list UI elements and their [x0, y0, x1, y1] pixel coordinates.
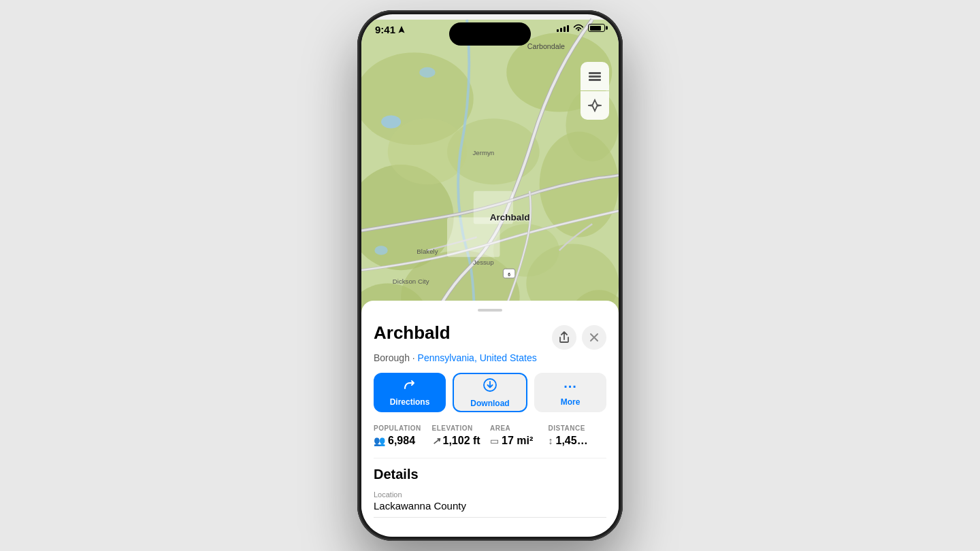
screen: 9:41 — [361, 14, 619, 537]
directions-button[interactable]: Directions — [374, 373, 446, 412]
sheet-handle — [478, 309, 502, 312]
location-arrow-icon — [398, 26, 405, 34]
map-controls[interactable] — [581, 62, 609, 120]
signal-icon — [557, 24, 569, 32]
more-button[interactable]: ··· More — [534, 373, 606, 412]
elevation-value: 1,102 ft — [443, 435, 480, 447]
svg-text:Jessup: Jessup — [473, 258, 494, 266]
distance-label: DISTANCE — [549, 424, 602, 432]
stats-row: POPULATION 👥 6,984 ELEVATION ↗ 1,102 ft … — [374, 424, 606, 447]
svg-point-14 — [419, 67, 435, 78]
more-label: More — [561, 397, 581, 407]
close-button[interactable] — [582, 325, 606, 350]
share-icon — [559, 331, 570, 344]
location-value: Lackawanna County — [374, 500, 606, 518]
svg-rect-27 — [589, 72, 601, 74]
download-label: Download — [470, 399, 509, 408]
turn-icon — [403, 379, 416, 391]
dynamic-island — [449, 22, 531, 46]
population-label: POPULATION — [374, 424, 427, 432]
svg-text:Jermyn: Jermyn — [472, 149, 494, 156]
distance-icon: ↕ — [549, 435, 553, 446]
details-section: Details Location Lackawanna County — [374, 458, 606, 518]
svg-rect-28 — [589, 76, 601, 78]
wifi-icon — [573, 24, 584, 32]
area-icon: ▭ — [490, 435, 499, 446]
layers-icon — [587, 69, 602, 84]
area-value: 17 mi² — [502, 435, 533, 447]
svg-point-13 — [381, 115, 401, 128]
download-icon — [483, 378, 497, 396]
place-title: Archbald — [374, 322, 451, 344]
svg-point-11 — [388, 118, 467, 184]
more-dots-icon: ··· — [564, 379, 577, 395]
elevation-icon: ↗ — [432, 435, 440, 446]
region-link[interactable]: Pennsylvania, United States — [418, 352, 537, 363]
bottom-sheet: Archbald Borough · — [361, 301, 619, 537]
download-arrow-icon — [483, 378, 497, 393]
population-stat: POPULATION 👥 6,984 — [374, 424, 432, 447]
svg-rect-29 — [589, 79, 601, 81]
map-layers-button[interactable] — [581, 62, 609, 90]
status-icons — [557, 24, 605, 32]
header-actions — [552, 325, 606, 350]
svg-point-16 — [374, 246, 387, 255]
population-icon: 👥 — [374, 435, 385, 446]
svg-text:Archbald: Archbald — [490, 212, 530, 222]
distance-value: 1,45… — [556, 435, 588, 447]
elevation-stat: ELEVATION ↗ 1,102 ft — [432, 424, 491, 447]
close-icon — [589, 333, 599, 342]
location-label: Location — [374, 490, 606, 499]
action-buttons: Directions Download ··· More — [374, 373, 606, 412]
share-button[interactable] — [552, 325, 576, 350]
directions-icon — [403, 379, 416, 395]
details-title: Details — [374, 467, 606, 482]
battery-icon — [588, 24, 605, 32]
location-icon — [588, 99, 602, 112]
svg-point-10 — [493, 224, 559, 277]
location-detail: Location Lackawanna County — [374, 490, 606, 518]
area-stat: AREA ▭ 17 mi² — [490, 424, 549, 447]
svg-text:Dickson City: Dickson City — [393, 278, 429, 285]
place-subtitle: Borough · Pennsylvania, United States — [374, 352, 606, 363]
svg-text:6: 6 — [508, 272, 510, 277]
area-label: AREA — [490, 424, 543, 432]
phone-frame: 9:41 — [357, 10, 623, 541]
place-header: Archbald — [374, 322, 606, 350]
svg-text:Blakely: Blakely — [416, 248, 438, 255]
population-value: 6,984 — [388, 435, 415, 447]
distance-stat: DISTANCE ↕ 1,45… — [549, 424, 607, 447]
directions-label: Directions — [390, 397, 430, 407]
status-time: 9:41 — [375, 24, 405, 35]
location-button[interactable] — [581, 91, 609, 120]
elevation-label: ELEVATION — [432, 424, 485, 432]
download-button[interactable]: Download — [453, 373, 527, 412]
